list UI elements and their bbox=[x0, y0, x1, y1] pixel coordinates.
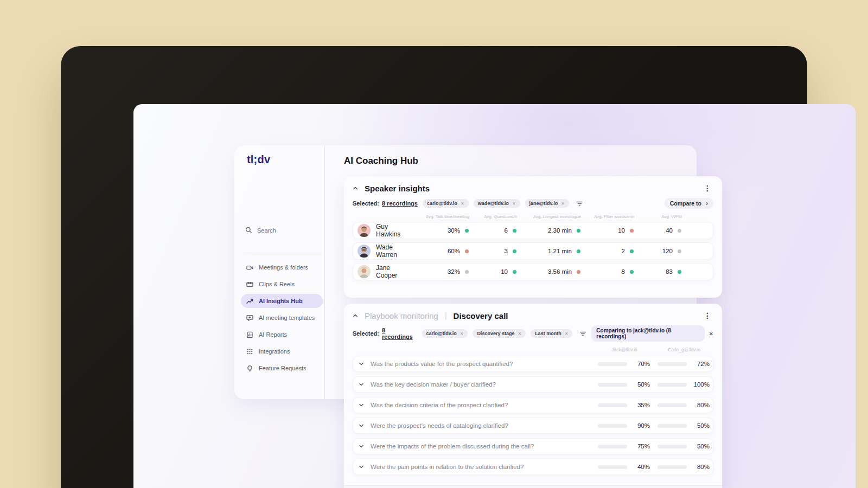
speaker-insights-panel: Speaker insights ⋮ Selected: 8 recording… bbox=[344, 176, 722, 298]
sidebar-item-clips-reels[interactable]: Clips & Reels bbox=[241, 277, 323, 291]
sidebar-item-feature-requests[interactable]: Feature Requests bbox=[241, 361, 323, 375]
progress-bar bbox=[658, 383, 687, 387]
sidebar-item-integrations[interactable]: Integrations bbox=[241, 344, 323, 358]
expand-chevron-down-icon[interactable] bbox=[359, 423, 364, 428]
comparing-to-chip[interactable]: Comparing to jack@tldv.io (8 recordings) bbox=[591, 325, 704, 342]
collapse-chevron-up-icon[interactable] bbox=[353, 313, 358, 318]
expand-chevron-down-icon[interactable] bbox=[359, 403, 364, 407]
column-header: Jack@tldv.io bbox=[598, 347, 650, 352]
progress-value: 90% bbox=[631, 422, 650, 429]
column-header: Avg. Filler words/min bbox=[581, 214, 634, 219]
metric-value: 1.21 min bbox=[548, 248, 572, 254]
progress-bar bbox=[598, 383, 627, 387]
selected-label: Selected: bbox=[353, 330, 379, 337]
question-text: Were the pain points in relation to the … bbox=[371, 464, 598, 470]
question-row[interactable]: Were the impacts of the problem discusse… bbox=[353, 438, 713, 454]
question-text: Were the impacts of the problem discusse… bbox=[371, 443, 598, 450]
lightbulb-icon bbox=[246, 365, 253, 372]
recordings-count-link[interactable]: 8 recordings bbox=[382, 327, 417, 340]
progress-bar bbox=[598, 445, 627, 448]
avatar bbox=[358, 245, 371, 258]
status-dot bbox=[465, 229, 469, 233]
remove-comparison-icon[interactable]: ✕ bbox=[709, 331, 713, 337]
collapse-chevron-up-icon[interactable] bbox=[353, 186, 358, 190]
question-row[interactable]: Was the products value for the prospect … bbox=[353, 356, 713, 372]
progress-value: 50% bbox=[691, 422, 710, 429]
remove-filter-icon[interactable]: ✕ bbox=[518, 331, 521, 336]
speaker-name: Wade Warren bbox=[376, 243, 406, 259]
status-dot bbox=[630, 270, 634, 274]
filter-chip-label: wade@tldv.io bbox=[478, 201, 509, 206]
filter-chip-label: carlo@tldv.io bbox=[426, 331, 457, 336]
speaker-name: Guy Hawkins bbox=[376, 223, 406, 238]
filter-chip[interactable]: carlo@tldv.io ✕ bbox=[422, 329, 468, 338]
remove-filter-icon[interactable]: ✕ bbox=[565, 331, 569, 336]
panel-title-muted: Playbook monitoring bbox=[365, 311, 438, 320]
status-dot bbox=[678, 229, 681, 233]
status-dot bbox=[513, 229, 516, 233]
expand-chevron-down-icon[interactable] bbox=[359, 382, 364, 387]
sidebar-item-label: Meetings & folders bbox=[259, 264, 308, 271]
expand-chevron-down-icon[interactable] bbox=[359, 444, 364, 448]
progress-bar bbox=[658, 465, 687, 469]
search-label: Search bbox=[257, 227, 276, 234]
speaker-row[interactable]: Wade Warren 60% 3 1.21 min 2 120 bbox=[353, 242, 713, 260]
expand-chevron-down-icon[interactable] bbox=[359, 362, 364, 366]
trend-chart-icon bbox=[246, 298, 253, 305]
sidebar-item-label: Clips & Reels bbox=[259, 281, 295, 287]
filter-chip-label: Discovery stage bbox=[477, 331, 514, 336]
progress-bar bbox=[658, 424, 687, 428]
compare-to-label: Compare to bbox=[670, 200, 701, 207]
kebab-menu-icon[interactable]: ⋮ bbox=[701, 183, 713, 193]
remove-filter-icon[interactable]: ✕ bbox=[461, 201, 464, 206]
speaker-row[interactable]: Guy Hawkins 30% 6 2.30 min 10 40 bbox=[353, 222, 713, 239]
sidebar-item-label: AI Reports bbox=[259, 331, 287, 338]
search-icon bbox=[245, 227, 252, 234]
progress-bar bbox=[598, 465, 627, 469]
filter-chip[interactable]: Discovery stage ✕ bbox=[473, 329, 526, 338]
speaker-name: Jane Cooper bbox=[376, 264, 406, 279]
filter-chip[interactable]: jane@tldv.io ✕ bbox=[525, 199, 569, 208]
compare-to-button[interactable]: Compare to › bbox=[665, 198, 713, 209]
progress-value: 75% bbox=[631, 443, 650, 450]
comparison-column-headers: Jack@tldv.io Carlo_g@tldv.io bbox=[353, 347, 713, 352]
filter-chip[interactable]: Last month ✕ bbox=[531, 329, 572, 338]
filter-chip-label: carlo@tldv.io bbox=[427, 201, 457, 206]
sidebar-nav: Meetings & folders Clips & Reels AI bbox=[241, 260, 323, 375]
speaker-row[interactable]: Jane Cooper 32% 10 3.56 min 8 83 bbox=[353, 263, 713, 280]
question-row[interactable]: Were the pain points in relation to the … bbox=[353, 459, 713, 475]
metric-value: 40 bbox=[666, 227, 673, 234]
question-text: Was the products value for the prospect … bbox=[371, 361, 598, 367]
filter-chip[interactable]: carlo@tldv.io ✕ bbox=[423, 199, 469, 208]
sidebar-item-meetings-folders[interactable]: Meetings & folders bbox=[241, 260, 323, 274]
status-dot bbox=[577, 229, 580, 233]
expand-chevron-down-icon[interactable] bbox=[359, 465, 364, 469]
column-header: Avg. Talk time/meeting bbox=[407, 214, 469, 219]
question-row[interactable]: Was the key decision maker / buyer clari… bbox=[353, 376, 713, 393]
status-dot bbox=[678, 270, 681, 274]
status-dot bbox=[630, 229, 634, 233]
filter-chip[interactable]: wade@tldv.io ✕ bbox=[474, 199, 520, 208]
filter-funnel-icon[interactable] bbox=[579, 331, 586, 337]
remove-filter-icon[interactable]: ✕ bbox=[512, 201, 516, 206]
sidebar-item-ai-reports[interactable]: AI Reports bbox=[241, 328, 323, 342]
sidebar-item-ai-insights-hub[interactable]: AI Insights Hub bbox=[241, 294, 323, 308]
question-row[interactable]: Was the decision criteria of the prospec… bbox=[353, 397, 713, 413]
add-question-button[interactable]: + Add question bbox=[344, 485, 722, 488]
kebab-menu-icon[interactable]: ⋮ bbox=[701, 311, 713, 320]
metric-value: 6 bbox=[505, 227, 508, 234]
progress-bar bbox=[598, 362, 627, 366]
status-dot bbox=[513, 270, 516, 274]
remove-filter-icon[interactable]: ✕ bbox=[460, 331, 464, 336]
metric-value: 60% bbox=[448, 248, 460, 254]
column-header: Carlo_g@tldv.io bbox=[658, 347, 710, 352]
remove-filter-icon[interactable]: ✕ bbox=[561, 201, 565, 206]
filter-chip-label: jane@tldv.io bbox=[529, 201, 558, 206]
question-row[interactable]: Were the prospect's needs of cataloging … bbox=[353, 418, 713, 434]
recordings-count-link[interactable]: 8 recordings bbox=[382, 200, 418, 207]
search-input[interactable]: Search bbox=[245, 227, 276, 234]
title-separator: | bbox=[445, 311, 447, 320]
sidebar-item-ai-meeting-templates[interactable]: AI meeting templates bbox=[241, 311, 323, 325]
metric-value: 3.56 min bbox=[548, 268, 572, 275]
filter-funnel-icon[interactable] bbox=[576, 201, 583, 207]
